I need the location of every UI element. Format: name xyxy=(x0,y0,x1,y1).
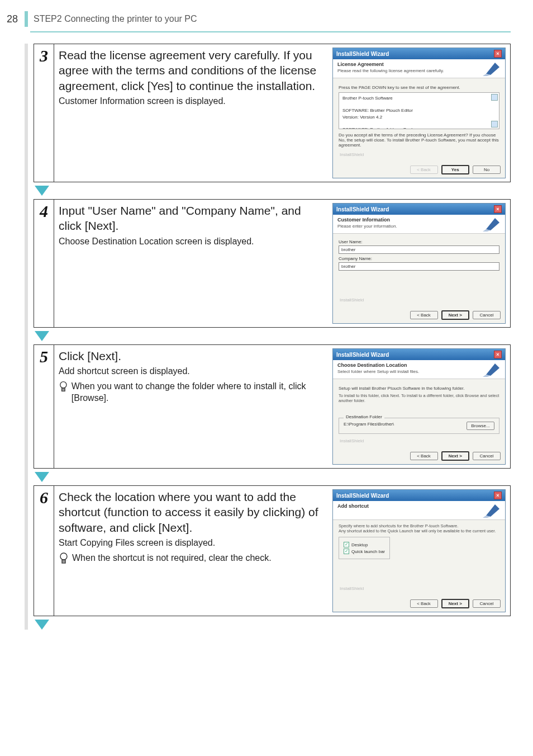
license-line: SOFTWARE: Brother Address Book xyxy=(342,126,488,129)
svg-marker-12 xyxy=(35,472,49,482)
arrow-down-icon xyxy=(35,186,511,196)
checkbox-quicklaunch[interactable]: ✓ xyxy=(344,549,349,554)
back-button[interactable]: < Back xyxy=(410,599,438,608)
dialog-heading: Customer Information xyxy=(337,217,501,223)
wizard-graphic-icon xyxy=(483,62,502,76)
license-line: Version: Version 4.2 xyxy=(342,114,488,120)
dialog-title: InstallShield Wizard xyxy=(336,206,389,212)
company-name-label: Company Name: xyxy=(339,256,499,261)
lightbulb-icon xyxy=(59,552,69,565)
arrow-down-icon xyxy=(35,472,511,482)
step-number: 4 xyxy=(40,202,48,221)
svg-rect-14 xyxy=(62,560,65,563)
step-result: Start Copying Files screen is displayed. xyxy=(59,537,327,549)
close-icon[interactable]: × xyxy=(494,50,502,58)
step-4: 4 Input "User Name" and "Company Name", … xyxy=(34,199,511,328)
dest-line1: Setup will install Brother Ptouch Softwa… xyxy=(339,386,499,391)
dialog-subheading: Please read the following license agreem… xyxy=(337,68,501,73)
step-result: Add shortcut screen is displayed. xyxy=(59,366,327,377)
scroll-up-icon[interactable] xyxy=(491,94,498,101)
next-button[interactable]: Next > xyxy=(441,451,469,461)
step-result: Choose Destination Location screen is di… xyxy=(59,236,327,248)
user-name-field[interactable]: brother xyxy=(339,245,499,254)
brand-label: InstallShield xyxy=(340,152,499,157)
checkbox-desktop[interactable]: ✓ xyxy=(344,542,349,547)
svg-marker-0 xyxy=(486,63,499,75)
step-instruction: Read the license agreement very carefull… xyxy=(59,48,327,93)
arrow-down-icon xyxy=(35,620,511,630)
consent-text: Do you accept all the terms of the prece… xyxy=(339,133,499,148)
dialog-license: InstallShield Wizard × License Agreement… xyxy=(332,48,506,178)
close-icon[interactable]: × xyxy=(494,351,502,358)
lightbulb-icon xyxy=(59,381,68,393)
svg-marker-3 xyxy=(486,218,499,230)
arrow-down-icon xyxy=(35,331,511,341)
svg-marker-5 xyxy=(35,331,49,341)
dialog-subheading: Please enter your information. xyxy=(337,224,501,229)
svg-point-6 xyxy=(60,382,66,388)
back-button: < Back xyxy=(410,166,438,174)
dialog-title: InstallShield Wizard xyxy=(336,493,389,499)
left-margin-bar xyxy=(25,44,28,630)
cancel-button[interactable]: Cancel xyxy=(473,311,501,319)
close-icon[interactable]: × xyxy=(494,205,502,213)
svg-marker-17 xyxy=(486,504,499,517)
wizard-graphic-icon xyxy=(483,217,502,231)
step-3: 3 Read the license agreement very carefu… xyxy=(34,44,511,182)
dialog-add-shortcut: InstallShield Wizard × Add shortcut Spec… xyxy=(332,489,506,612)
svg-rect-7 xyxy=(62,388,65,391)
svg-marker-19 xyxy=(35,620,49,630)
step-6: 6 Check the location where you want to a… xyxy=(34,485,511,616)
step-number: 3 xyxy=(40,46,48,65)
dialog-heading: Add shortcut xyxy=(337,503,501,509)
shortcut-line1: Specify where to add shortcuts for the B… xyxy=(339,523,499,528)
next-button[interactable]: Next > xyxy=(441,310,469,320)
cancel-button[interactable]: Cancel xyxy=(473,452,501,460)
group-title: Destination Folder xyxy=(344,414,384,419)
step-instruction: Check the location where you want to add… xyxy=(59,489,327,535)
svg-marker-10 xyxy=(486,363,499,376)
wizard-graphic-icon xyxy=(483,503,502,518)
dialog-subheading: Select folder where Setup will install f… xyxy=(337,369,501,374)
destination-path: E:\Program Files\Brother\ xyxy=(344,422,394,427)
shortcut-line2: Any shortcut added to the Quick Launch b… xyxy=(339,528,499,533)
dialog-title: InstallShield Wizard xyxy=(336,51,389,57)
step-instruction: Click [Next]. xyxy=(59,348,327,363)
no-button[interactable]: No xyxy=(473,166,501,174)
wizard-graphic-icon xyxy=(483,362,502,377)
step-number: 5 xyxy=(40,347,48,366)
dialog-heading: License Agreement xyxy=(337,62,501,67)
svg-point-13 xyxy=(60,553,67,560)
brand-label: InstallShield xyxy=(340,297,499,303)
svg-marker-2 xyxy=(35,186,49,196)
checkbox-quicklaunch-label: Quick launch bar xyxy=(351,549,385,554)
license-line: SOFTWARE: Brother Ptouch Editor xyxy=(342,107,488,114)
step-number: 6 xyxy=(40,488,48,507)
brand-label: InstallShield xyxy=(340,586,499,591)
dialog-destination: InstallShield Wizard × Choose Destinatio… xyxy=(332,348,506,465)
page-number: 28 xyxy=(0,13,22,25)
scroll-down-icon[interactable] xyxy=(491,121,498,127)
close-icon[interactable]: × xyxy=(494,492,502,499)
cancel-button[interactable]: Cancel xyxy=(473,599,501,608)
dialog-heading: Choose Destination Location xyxy=(337,362,501,368)
page-title: STEP2 Connecting the printer to your PC xyxy=(34,14,197,24)
back-button[interactable]: < Back xyxy=(410,452,438,460)
dialog-hint: Press the PAGE DOWN key to see the rest … xyxy=(339,85,499,90)
hint-text: When the shortcut is not required, clear… xyxy=(72,552,272,564)
back-button[interactable]: < Back xyxy=(410,311,438,319)
step-result: Customer Information screen is displayed… xyxy=(59,96,327,107)
header-accent xyxy=(25,11,28,27)
step-5: 5 Click [Next]. Add shortcut screen is d… xyxy=(34,344,511,469)
checkbox-desktop-label: Desktop xyxy=(351,542,368,547)
header-rule xyxy=(30,31,511,32)
dest-line2: To install to this folder, click Next. T… xyxy=(339,393,499,403)
brand-label: InstallShield xyxy=(340,438,499,443)
license-line: Brother P-touch Software xyxy=(342,95,488,101)
company-name-field[interactable]: brother xyxy=(339,262,499,271)
next-button[interactable]: Next > xyxy=(441,599,469,608)
license-textbox[interactable]: Brother P-touch Software SOFTWARE: Broth… xyxy=(339,92,499,129)
dialog-customer-info: InstallShield Wizard × Customer Informat… xyxy=(332,203,506,324)
yes-button[interactable]: Yes xyxy=(441,165,469,174)
browse-button[interactable]: Browse... xyxy=(467,422,494,430)
